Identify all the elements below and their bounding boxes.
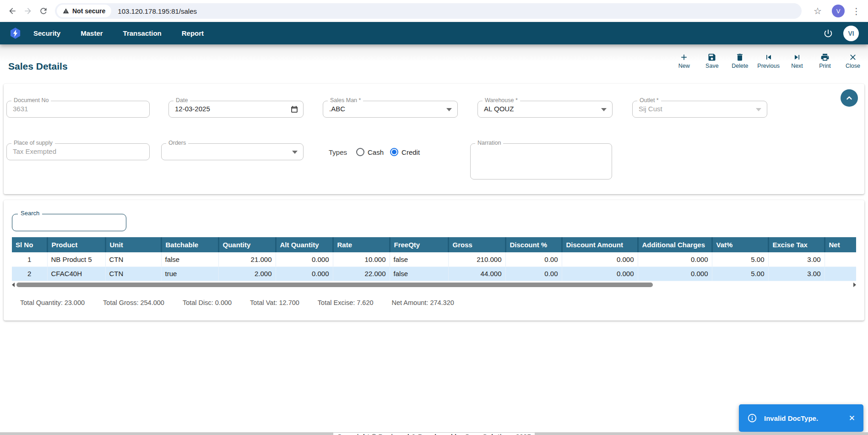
printer-icon <box>820 53 830 62</box>
column-header[interactable]: Additional Charges <box>638 237 712 252</box>
date-field[interactable]: Date 12-03-2025 <box>168 101 304 118</box>
calendar-icon[interactable] <box>290 105 298 114</box>
types-label: Types <box>329 148 347 156</box>
column-header[interactable]: Rate <box>333 237 390 252</box>
close-icon <box>848 53 857 62</box>
forward-arrow-icon <box>23 6 33 16</box>
column-header[interactable]: Sl No <box>12 237 47 252</box>
total-item: Net Amount: 274.320 <box>392 299 454 306</box>
table-cell: 3.00 <box>768 266 825 281</box>
refresh-button[interactable] <box>36 3 51 19</box>
toast-close-icon[interactable]: ✕ <box>849 413 855 423</box>
items-table-wrapper: Sl NoProductUnitBatchableQuantityAlt Qua… <box>12 237 856 281</box>
sales-man-select[interactable]: Sales Man * .ABC <box>323 101 458 118</box>
column-header[interactable]: Vat% <box>712 237 768 252</box>
table-cell: 44.000 <box>448 266 505 281</box>
column-header[interactable]: Alt Quantity <box>276 237 333 252</box>
column-header[interactable]: FreeQty <box>390 237 448 252</box>
radio-selected-icon <box>390 148 398 156</box>
column-header[interactable]: Gross <box>448 237 505 252</box>
items-table: Sl NoProductUnitBatchableQuantityAlt Qua… <box>12 237 856 281</box>
scroll-left-icon[interactable] <box>12 283 15 287</box>
table-cell: true <box>161 266 218 281</box>
previous-button[interactable]: Previous <box>757 53 780 69</box>
table-cell: 21.000 <box>218 252 276 266</box>
next-button[interactable]: Next <box>787 53 808 69</box>
search-label: Search <box>18 210 42 217</box>
table-row[interactable]: 2CFAC40HCTNtrue2.0000.00022.000false44.0… <box>12 266 856 281</box>
table-cell: 226.800 <box>825 252 856 266</box>
horizontal-scrollbar[interactable] <box>12 282 856 288</box>
outlet-select: Outlet * Sij Cust <box>632 101 767 118</box>
table-cell: false <box>390 252 448 266</box>
table-cell: 0.000 <box>562 252 638 266</box>
table-cell: 0.000 <box>276 252 333 266</box>
menu-item-report[interactable]: Report <box>182 29 204 37</box>
menu-item-security[interactable]: Security <box>33 29 60 37</box>
close-button[interactable]: Close <box>842 53 863 69</box>
menu-item-transaction[interactable]: Transaction <box>123 29 162 37</box>
browser-profile-avatar[interactable]: V <box>832 5 845 17</box>
bookmark-star-icon[interactable]: ☆ <box>814 5 822 16</box>
app-navbar: Security Master Transaction Report VI <box>0 22 868 44</box>
new-button[interactable]: New <box>673 53 694 69</box>
radio-credit[interactable]: Credit <box>390 148 420 156</box>
table-cell: 1 <box>12 252 47 266</box>
table-cell: 210.000 <box>448 252 505 266</box>
table-cell: 5.00 <box>712 266 768 281</box>
column-header[interactable]: Discount % <box>505 237 562 252</box>
scroll-right-icon[interactable] <box>853 283 856 287</box>
column-header[interactable]: Excise Tax <box>768 237 825 252</box>
delete-button[interactable]: Delete <box>729 53 750 69</box>
table-cell: 10.000 <box>333 252 390 266</box>
browser-chrome: Not secure 103.120.178.195:81/sales ☆ V … <box>0 0 868 22</box>
table-cell: CTN <box>105 266 161 281</box>
column-header[interactable]: Net <box>825 237 856 252</box>
chevron-down-icon <box>601 108 607 111</box>
table-cell: 2 <box>12 266 47 281</box>
sales-lines-card: Search Sl NoProductUnitBatchableQuantity… <box>4 200 864 321</box>
table-cell: 0.000 <box>562 266 638 281</box>
column-header[interactable]: Discount Amount <box>562 237 638 252</box>
orders-select[interactable]: Orders <box>161 143 304 160</box>
total-item: Total Disc: 0.000 <box>183 299 232 306</box>
menu-item-master[interactable]: Master <box>81 29 103 37</box>
total-item: Total Vat: 12.700 <box>250 299 299 306</box>
narration-field[interactable]: Narration <box>470 143 612 179</box>
warehouse-select[interactable]: Warehouse * AL QOUZ <box>477 101 613 118</box>
search-input[interactable] <box>17 216 120 228</box>
toast-notification: Invalid DocType. ✕ <box>739 404 863 432</box>
totals-row: Total Quantity: 23.000Total Gross: 254.0… <box>20 299 454 306</box>
forward-button[interactable] <box>20 3 36 19</box>
table-header-row: Sl NoProductUnitBatchableQuantityAlt Qua… <box>12 237 856 252</box>
url-text[interactable]: 103.120.178.195:81/sales <box>118 7 197 15</box>
column-header[interactable]: Product <box>47 237 105 252</box>
floppy-save-icon <box>707 53 716 62</box>
page-header: Sales Details New Save Delete Previous N… <box>0 44 868 76</box>
app-logo-icon[interactable] <box>9 27 22 39</box>
browser-menu-icon[interactable]: ⋮ <box>852 6 861 16</box>
address-bar[interactable]: Not secure 103.120.178.195:81/sales <box>55 3 802 19</box>
table-cell: 47.520 <box>825 266 856 281</box>
radio-cash[interactable]: Cash <box>356 148 384 156</box>
chevron-down-icon <box>756 108 761 111</box>
table-cell: CTN <box>105 252 161 266</box>
table-cell: 0.00 <box>505 266 562 281</box>
save-button[interactable]: Save <box>701 53 722 69</box>
total-item: Total Quantity: 23.000 <box>20 299 85 306</box>
user-avatar[interactable]: VI <box>843 26 859 41</box>
page-title: Sales Details <box>8 61 68 72</box>
column-header[interactable]: Quantity <box>218 237 276 252</box>
not-secure-label: Not secure <box>72 7 105 15</box>
column-header[interactable]: Batchable <box>161 237 218 252</box>
column-header[interactable]: Unit <box>105 237 161 252</box>
not-secure-badge[interactable]: Not secure <box>57 5 111 17</box>
search-field[interactable]: Search <box>12 214 126 231</box>
table-cell: 0.000 <box>276 266 333 281</box>
collapse-panel-button[interactable] <box>841 89 858 107</box>
table-row[interactable]: 1NB Product 5CTNfalse21.0000.00010.000fa… <box>12 252 856 266</box>
scrollbar-thumb[interactable] <box>16 283 653 287</box>
logout-power-icon[interactable] <box>823 28 833 38</box>
back-button[interactable] <box>5 3 20 19</box>
print-button[interactable]: Print <box>814 53 835 69</box>
